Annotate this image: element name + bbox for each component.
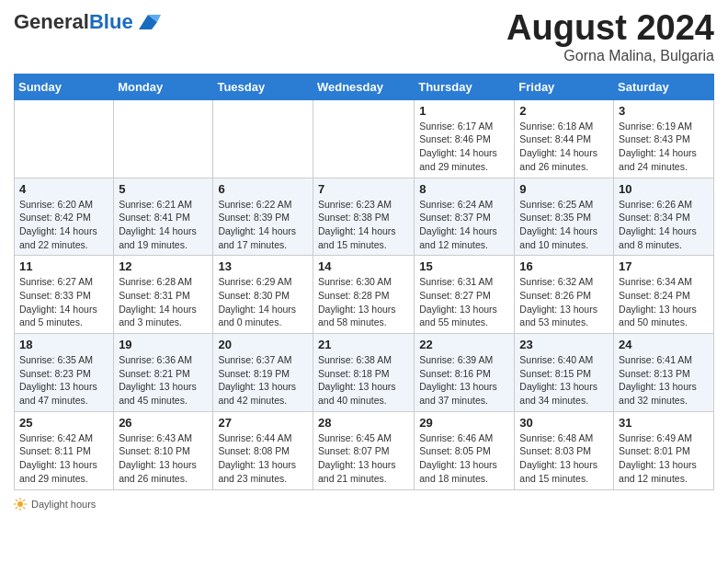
svg-line-7 (16, 500, 17, 501)
calendar-cell: 17Sunrise: 6:34 AMSunset: 8:24 PMDayligh… (614, 256, 714, 334)
day-header: Friday (515, 74, 614, 99)
day-info: Sunrise: 6:22 AMSunset: 8:39 PMDaylight:… (218, 198, 308, 252)
day-info: Sunrise: 6:21 AMSunset: 8:41 PMDaylight:… (119, 198, 208, 252)
day-number: 18 (19, 338, 108, 351)
day-info: Sunrise: 6:41 AMSunset: 8:13 PMDaylight:… (619, 353, 709, 408)
calendar-cell: 6Sunrise: 6:22 AMSunset: 8:39 PMDaylight… (213, 178, 313, 256)
day-info: Sunrise: 6:42 AMSunset: 8:11 PMDaylight:… (19, 431, 108, 486)
day-number: 20 (218, 338, 308, 351)
day-info: Sunrise: 6:27 AMSunset: 8:33 PMDaylight:… (19, 275, 108, 329)
calendar-cell: 24Sunrise: 6:41 AMSunset: 8:13 PMDayligh… (614, 334, 714, 412)
calendar-cell: 26Sunrise: 6:43 AMSunset: 8:10 PMDayligh… (114, 411, 213, 489)
day-number: 28 (318, 416, 409, 430)
svg-point-2 (17, 501, 23, 507)
day-number: 8 (419, 182, 509, 196)
day-info: Sunrise: 6:37 AMSunset: 8:19 PMDaylight:… (218, 353, 308, 408)
calendar-cell (114, 99, 213, 178)
calendar-cell: 30Sunrise: 6:48 AMSunset: 8:03 PMDayligh… (515, 411, 614, 489)
day-info: Sunrise: 6:17 AMSunset: 8:46 PMDaylight:… (419, 120, 509, 174)
calendar-cell: 20Sunrise: 6:37 AMSunset: 8:19 PMDayligh… (213, 334, 313, 412)
day-number: 6 (218, 182, 308, 196)
day-info: Sunrise: 6:19 AMSunset: 8:43 PMDaylight:… (619, 120, 709, 174)
day-number: 2 (519, 104, 609, 118)
calendar-cell: 22Sunrise: 6:39 AMSunset: 8:16 PMDayligh… (415, 334, 515, 412)
calendar-cell: 25Sunrise: 6:42 AMSunset: 8:11 PMDayligh… (15, 411, 114, 489)
day-info: Sunrise: 6:40 AMSunset: 8:15 PMDaylight:… (519, 353, 609, 408)
calendar-cell: 28Sunrise: 6:45 AMSunset: 8:07 PMDayligh… (313, 411, 414, 489)
day-number: 17 (619, 259, 709, 273)
calendar-cell: 11Sunrise: 6:27 AMSunset: 8:33 PMDayligh… (15, 256, 114, 334)
calendar-cell: 13Sunrise: 6:29 AMSunset: 8:30 PMDayligh… (213, 256, 313, 334)
logo-text: GeneralBlue (14, 11, 133, 33)
day-number: 22 (419, 338, 509, 351)
day-info: Sunrise: 6:36 AMSunset: 8:21 PMDaylight:… (119, 353, 208, 408)
calendar-cell: 29Sunrise: 6:46 AMSunset: 8:05 PMDayligh… (415, 411, 515, 489)
day-number: 13 (218, 259, 308, 273)
calendar-cell: 21Sunrise: 6:38 AMSunset: 8:18 PMDayligh… (313, 334, 414, 412)
day-number: 31 (619, 416, 709, 430)
day-info: Sunrise: 6:30 AMSunset: 8:28 PMDaylight:… (318, 275, 409, 329)
day-number: 21 (318, 338, 409, 351)
day-number: 1 (419, 104, 509, 118)
calendar-cell (213, 99, 313, 178)
calendar-cell: 14Sunrise: 6:30 AMSunset: 8:28 PMDayligh… (313, 256, 414, 334)
day-number: 16 (519, 259, 609, 273)
calendar-cell: 8Sunrise: 6:24 AMSunset: 8:37 PMDaylight… (415, 178, 515, 256)
day-info: Sunrise: 6:24 AMSunset: 8:37 PMDaylight:… (419, 198, 509, 252)
day-number: 30 (519, 416, 609, 430)
calendar-cell (313, 99, 414, 178)
day-number: 29 (419, 416, 509, 430)
calendar-cell: 27Sunrise: 6:44 AMSunset: 8:08 PMDayligh… (213, 411, 313, 489)
day-info: Sunrise: 6:23 AMSunset: 8:38 PMDaylight:… (318, 198, 409, 252)
day-info: Sunrise: 6:34 AMSunset: 8:24 PMDaylight:… (619, 275, 709, 329)
day-number: 26 (119, 416, 208, 430)
day-info: Sunrise: 6:35 AMSunset: 8:23 PMDaylight:… (19, 353, 108, 408)
calendar-cell: 19Sunrise: 6:36 AMSunset: 8:21 PMDayligh… (114, 334, 213, 412)
day-info: Sunrise: 6:20 AMSunset: 8:42 PMDaylight:… (19, 198, 108, 252)
svg-line-8 (23, 507, 25, 509)
day-info: Sunrise: 6:25 AMSunset: 8:35 PMDaylight:… (519, 198, 609, 252)
day-info: Sunrise: 6:44 AMSunset: 8:08 PMDaylight:… (218, 431, 308, 486)
day-info: Sunrise: 6:26 AMSunset: 8:34 PMDaylight:… (619, 198, 709, 252)
day-header: Tuesday (213, 74, 313, 99)
svg-line-9 (23, 500, 25, 501)
day-number: 4 (19, 182, 108, 196)
day-info: Sunrise: 6:49 AMSunset: 8:01 PMDaylight:… (619, 431, 709, 486)
sun-icon (14, 498, 27, 511)
footer: Daylight hours (14, 498, 714, 511)
calendar-cell: 15Sunrise: 6:31 AMSunset: 8:27 PMDayligh… (415, 256, 515, 334)
day-header: Saturday (614, 74, 714, 99)
header: GeneralBlue August 2024 Gorna Malina, Bu… (14, 9, 714, 64)
calendar-cell: 18Sunrise: 6:35 AMSunset: 8:23 PMDayligh… (15, 334, 114, 412)
calendar-cell: 7Sunrise: 6:23 AMSunset: 8:38 PMDaylight… (313, 178, 414, 256)
day-number: 15 (419, 259, 509, 273)
calendar-cell: 23Sunrise: 6:40 AMSunset: 8:15 PMDayligh… (515, 334, 614, 412)
day-number: 11 (19, 259, 108, 273)
day-header: Sunday (15, 74, 114, 99)
calendar-cell: 3Sunrise: 6:19 AMSunset: 8:43 PMDaylight… (614, 99, 714, 178)
day-info: Sunrise: 6:31 AMSunset: 8:27 PMDaylight:… (419, 275, 509, 329)
calendar: SundayMondayTuesdayWednesdayThursdayFrid… (14, 74, 714, 490)
day-info: Sunrise: 6:45 AMSunset: 8:07 PMDaylight:… (318, 431, 409, 486)
day-number: 7 (318, 182, 409, 196)
day-header: Thursday (415, 74, 515, 99)
day-info: Sunrise: 6:46 AMSunset: 8:05 PMDaylight:… (419, 431, 509, 486)
logo: GeneralBlue (14, 9, 161, 35)
day-header: Monday (114, 74, 213, 99)
day-number: 25 (19, 416, 108, 430)
day-number: 19 (119, 338, 208, 351)
calendar-cell: 10Sunrise: 6:26 AMSunset: 8:34 PMDayligh… (614, 178, 714, 256)
calendar-cell: 31Sunrise: 6:49 AMSunset: 8:01 PMDayligh… (614, 411, 714, 489)
daylight-label: Daylight hours (31, 499, 96, 510)
day-info: Sunrise: 6:43 AMSunset: 8:10 PMDaylight:… (119, 431, 208, 486)
calendar-cell: 12Sunrise: 6:28 AMSunset: 8:31 PMDayligh… (114, 256, 213, 334)
day-info: Sunrise: 6:48 AMSunset: 8:03 PMDaylight:… (519, 431, 609, 486)
calendar-cell: 2Sunrise: 6:18 AMSunset: 8:44 PMDaylight… (515, 99, 614, 178)
calendar-cell: 16Sunrise: 6:32 AMSunset: 8:26 PMDayligh… (515, 256, 614, 334)
day-info: Sunrise: 6:32 AMSunset: 8:26 PMDaylight:… (519, 275, 609, 329)
day-info: Sunrise: 6:39 AMSunset: 8:16 PMDaylight:… (419, 353, 509, 408)
day-number: 9 (519, 182, 609, 196)
day-number: 12 (119, 259, 208, 273)
day-info: Sunrise: 6:29 AMSunset: 8:30 PMDaylight:… (218, 275, 308, 329)
calendar-cell (15, 99, 114, 178)
